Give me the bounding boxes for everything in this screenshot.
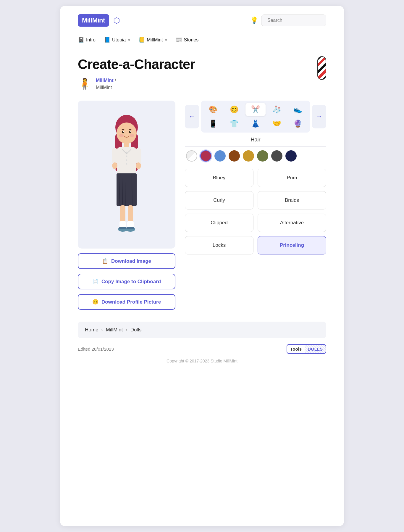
header-left: MillMint ⬡ [78, 14, 120, 27]
color-swatch-navy[interactable] [285, 150, 297, 162]
character-preview [78, 101, 175, 249]
tab-shirt[interactable]: 👕 [224, 117, 245, 130]
download-image-label: Download Image [111, 258, 151, 264]
navigation: 📓 Intro 📘 Utopia ▾ 📒 MillMint ▾ 📰 Storie… [60, 33, 344, 50]
intro-icon: 📓 [78, 37, 84, 43]
svg-point-14 [126, 159, 127, 161]
hair-option-alternative[interactable]: Alternative [258, 214, 326, 232]
hair-options-grid: Bluey Prim Curly Braids Clipped Alternat… [185, 169, 326, 254]
tab-next-button[interactable]: → [312, 105, 326, 128]
search-wrapper: 💡 [250, 14, 326, 26]
color-swatch-olive[interactable] [257, 150, 268, 162]
tab-socks[interactable]: 🧦 [267, 103, 287, 116]
utopia-icon: 📘 [104, 37, 110, 43]
customizer: ← 🎨 😊 ✂️ 🧦 👟 📱 👕 👗 🤝 🔮 → [185, 101, 326, 254]
download-profile-label: Download Profile Picture [101, 299, 161, 305]
network-icon: ⬡ [113, 16, 120, 25]
millmint-nav-icon: 📒 [138, 37, 145, 43]
copy-clipboard-label: Copy Image to Clipboard [101, 279, 161, 285]
footer-row: Edited 28/01/2023 Tools DOLLS [60, 344, 344, 354]
copy-clipboard-button[interactable]: 📄 Copy Image to Clipboard [78, 274, 175, 289]
hair-option-locks[interactable]: Locks [185, 236, 253, 254]
color-swatch-dark[interactable] [271, 150, 282, 162]
copyright-text: Copyright © 2017-2023 Studio MillMint [60, 354, 344, 363]
nav-item-utopia[interactable]: 📘 Utopia ▾ [104, 37, 130, 43]
tab-face[interactable]: 😊 [224, 103, 245, 116]
hair-option-braids[interactable]: Braids [258, 191, 326, 209]
svg-point-15 [126, 163, 127, 165]
page-title: Create-a-Character [78, 56, 195, 72]
nav-label-millmint: MillMint [147, 37, 163, 43]
breadcrumb-millmint[interactable]: MillMint [106, 327, 123, 333]
nav-label-stories: Stories [184, 37, 198, 43]
tab-dress[interactable]: 👗 [245, 117, 266, 130]
character-section: 📋 Download Image 📄 Copy Image to Clipboa… [78, 101, 175, 310]
hair-option-bluey[interactable]: Bluey [185, 169, 253, 187]
download-image-button[interactable]: 📋 Download Image [78, 253, 175, 269]
svg-rect-33 [127, 227, 134, 229]
stories-icon: 📰 [175, 37, 182, 43]
tab-accessories2[interactable]: 🔮 [288, 117, 308, 130]
tab-scissors[interactable]: ✂️ [245, 103, 266, 116]
hair-option-princeling[interactable]: Princeling [258, 236, 326, 254]
color-swatch-none[interactable] [186, 150, 197, 162]
svg-line-23 [126, 173, 126, 206]
hair-option-curly[interactable]: Curly [185, 191, 253, 209]
breadcrumb-sep-2: › [126, 327, 127, 333]
color-swatch-golden[interactable] [243, 150, 254, 162]
nav-label-utopia: Utopia [112, 37, 126, 43]
dolls-label: DOLLS [305, 345, 326, 353]
svg-point-13 [126, 156, 127, 157]
breadcrumb-home[interactable]: Home [85, 327, 98, 333]
color-row [185, 150, 326, 162]
header: MillMint ⬡ 💡 [60, 6, 344, 33]
breadcrumb-persona: 🧍 MillMint /MillMint [78, 77, 195, 91]
nav-item-millmint[interactable]: 📒 MillMint ▾ [138, 37, 167, 43]
smiley-icon: 😊 [92, 299, 98, 305]
svg-point-6 [123, 131, 124, 132]
svg-point-12 [126, 152, 127, 153]
search-input[interactable] [261, 14, 326, 26]
tab-hands[interactable]: 🤝 [267, 117, 287, 130]
tools-label: Tools [287, 345, 305, 353]
tab-shoes[interactable]: 👟 [288, 103, 308, 116]
svg-point-3 [117, 122, 137, 144]
color-swatch-blue[interactable] [214, 150, 226, 162]
hair-option-clipped[interactable]: Clipped [185, 214, 253, 232]
download-icon: 📋 [102, 258, 108, 264]
persona-figure-icon: 🧍 [78, 78, 92, 91]
svg-point-8 [119, 134, 124, 137]
svg-rect-29 [127, 221, 134, 228]
tab-phone[interactable]: 📱 [203, 117, 223, 130]
svg-line-25 [132, 173, 132, 206]
chevron-down-icon-2: ▾ [165, 38, 167, 42]
chevron-down-icon: ▾ [128, 38, 130, 42]
tab-prev-button[interactable]: ← [185, 105, 199, 128]
edited-timestamp: Edited 28/01/2023 [78, 346, 114, 352]
download-profile-button[interactable]: 😊 Download Profile Picture [78, 294, 175, 310]
bulb-icon: 💡 [250, 17, 258, 24]
tab-palette[interactable]: 🎨 [203, 103, 223, 116]
svg-point-7 [130, 131, 131, 132]
nav-item-stories[interactable]: 📰 Stories [175, 37, 198, 43]
svg-rect-17 [135, 148, 141, 164]
logo-badge[interactable]: MillMint [78, 14, 109, 27]
color-swatch-brown[interactable] [229, 150, 240, 162]
hair-option-prim[interactable]: Prim [258, 169, 326, 187]
page-title-section: Create-a-Character 🧍 MillMint /MillMint [60, 50, 344, 101]
nav-label-intro: Intro [86, 37, 96, 43]
color-swatch-red[interactable] [200, 150, 211, 162]
svg-rect-32 [119, 227, 127, 229]
arrow-right-icon: → [316, 113, 322, 120]
svg-rect-28 [119, 221, 126, 228]
breadcrumb-footer: Home › MillMint › Dolls [78, 322, 326, 338]
persona-breadcrumb: MillMint /MillMint [96, 77, 116, 91]
tabs-grid: 🎨 😊 ✂️ 🧦 👟 📱 👕 👗 🤝 🔮 [201, 101, 310, 133]
breadcrumb-dolls[interactable]: Dolls [130, 327, 142, 333]
section-title: Hair [185, 137, 326, 147]
category-tabs: ← 🎨 😊 ✂️ 🧦 👟 📱 👕 👗 🤝 🔮 → [185, 101, 326, 133]
nav-item-intro[interactable]: 📓 Intro [78, 37, 96, 43]
barber-pole-decoration [317, 56, 326, 80]
arrow-left-icon: ← [189, 113, 195, 120]
svg-point-19 [136, 162, 141, 169]
